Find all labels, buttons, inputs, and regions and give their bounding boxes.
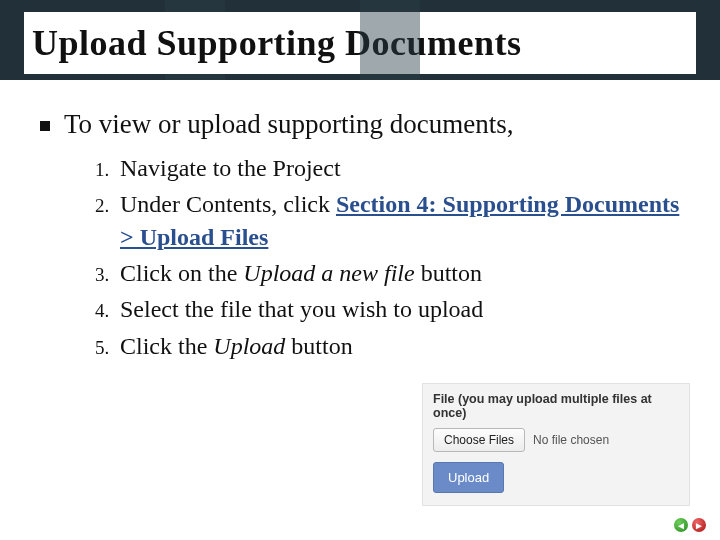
step-5: Click the Upload button (114, 330, 680, 362)
step-3-pre: Click on the (120, 260, 243, 286)
steps-list: Navigate to the Project Under Contents, … (114, 152, 680, 362)
step-5-pre: Click the (120, 333, 213, 359)
choose-files-button[interactable]: Choose Files (433, 428, 525, 452)
step-1: Navigate to the Project (114, 152, 680, 184)
next-slide-button[interactable]: ► (692, 518, 706, 532)
upload-button[interactable]: Upload (433, 462, 504, 493)
slide-title: Upload Supporting Documents (32, 22, 522, 64)
title-bar: Upload Supporting Documents (0, 0, 720, 80)
file-row: Choose Files No file chosen (433, 428, 679, 452)
step-4: Select the file that you wish to upload (114, 293, 680, 325)
slide: Upload Supporting Documents To view or u… (0, 0, 720, 540)
square-bullet-icon (40, 121, 50, 131)
upload-panel: File (you may upload multiple files at o… (422, 383, 690, 506)
step-5-em: Upload (213, 333, 285, 359)
step-2: Under Contents, click Section 4: Support… (114, 188, 680, 253)
step-5-post: button (285, 333, 352, 359)
step-1-text: Navigate to the Project (120, 155, 341, 181)
nav-dots: ◄ ► (674, 518, 706, 532)
arrow-right-icon: ► (694, 520, 704, 531)
prev-slide-button[interactable]: ◄ (674, 518, 688, 532)
file-chosen-status: No file chosen (533, 433, 609, 447)
step-3-em: Upload a new file (243, 260, 414, 286)
step-2-pre: Under Contents, click (120, 191, 336, 217)
arrow-left-icon: ◄ (676, 520, 686, 531)
bullet-item: To view or upload supporting documents, (40, 108, 680, 142)
lead-text: To view or upload supporting documents, (64, 108, 514, 142)
slide-body: To view or upload supporting documents, … (40, 108, 680, 366)
title-box: Upload Supporting Documents (24, 12, 696, 74)
step-3: Click on the Upload a new file button (114, 257, 680, 289)
step-3-post: button (415, 260, 482, 286)
step-4-text: Select the file that you wish to upload (120, 296, 483, 322)
upload-panel-label: File (you may upload multiple files at o… (433, 392, 679, 420)
